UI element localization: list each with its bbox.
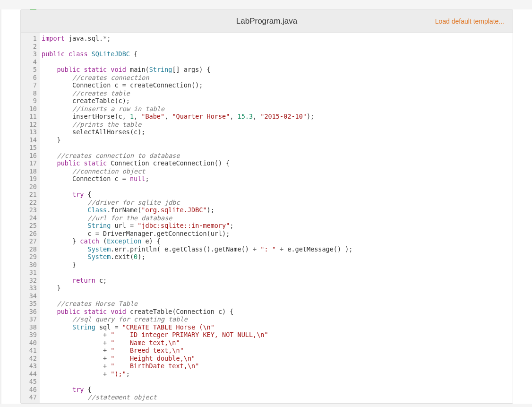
line-number: 35 xyxy=(21,300,37,308)
line-number: 9 xyxy=(21,97,37,105)
line-number: 32 xyxy=(21,277,37,285)
line-number: 46 xyxy=(21,386,37,394)
code-line[interactable]: } xyxy=(42,261,513,269)
line-number-gutter: 1234567891011121314151617181920212223242… xyxy=(21,33,40,403)
line-number: 17 xyxy=(21,159,37,167)
line-number: 34 xyxy=(21,292,37,300)
code-line[interactable]: + " Height double,\n" xyxy=(42,355,513,363)
code-line[interactable]: insertHorse(c, 1, "Babe", "Quarter Horse… xyxy=(42,113,513,121)
code-line[interactable]: System.err.println( e.getClass().getName… xyxy=(42,245,513,253)
code-line[interactable]: String url = "jdbc:sqlite::in-memory"; xyxy=(42,222,513,230)
code-line[interactable] xyxy=(42,183,513,191)
line-number: 43 xyxy=(21,362,37,370)
code-line[interactable] xyxy=(42,378,513,386)
code-line[interactable]: + " Name text,\n" xyxy=(42,339,513,347)
code-line[interactable]: try { xyxy=(42,386,513,394)
code-line[interactable]: public static void main(String[] args) { xyxy=(42,66,513,74)
code-line[interactable]: String sql = "CREATE TABLE Horse (\n" xyxy=(42,323,513,331)
code-line[interactable] xyxy=(42,144,513,152)
line-number: 10 xyxy=(21,105,37,113)
code-editor: LabProgram.java Load default template...… xyxy=(20,9,513,404)
code-line[interactable] xyxy=(42,268,513,277)
line-number: 4 xyxy=(21,58,37,66)
line-number: 22 xyxy=(21,199,37,207)
line-number: 28 xyxy=(21,245,37,253)
code-line[interactable]: Class.forName("org.sqlite.JDBC"); xyxy=(42,206,513,214)
line-number: 7 xyxy=(21,81,37,89)
code-line[interactable]: //driver for sqlite jdbc xyxy=(42,199,513,207)
line-number: 13 xyxy=(21,128,37,136)
code-line[interactable]: selectAllHorses(c); xyxy=(42,128,513,136)
code-line[interactable]: + " ID integer PRIMARY KEY, NOT NULL,\n" xyxy=(42,331,513,339)
code-line[interactable] xyxy=(42,43,513,51)
line-number: 5 xyxy=(21,66,37,74)
line-number: 21 xyxy=(21,191,37,199)
line-number: 16 xyxy=(21,152,37,160)
line-number: 15 xyxy=(21,144,37,152)
code-line[interactable]: + " Breed text,\n" xyxy=(42,346,513,355)
line-number: 47 xyxy=(21,393,37,401)
line-number: 18 xyxy=(21,167,37,175)
code-line[interactable]: //sql query for creating table xyxy=(42,315,513,323)
code-line[interactable]: public static Connection createConnectio… xyxy=(42,159,513,167)
line-number: 39 xyxy=(21,331,37,339)
code-line[interactable]: //creates connection xyxy=(42,74,513,82)
line-number: 20 xyxy=(21,183,37,191)
code-line[interactable]: //creates table xyxy=(42,89,513,97)
line-number: 29 xyxy=(21,253,37,261)
code-line[interactable]: + ");"; xyxy=(42,370,513,378)
line-number: 30 xyxy=(21,261,37,269)
code-line[interactable]: public class SQLiteJDBC { xyxy=(42,50,513,58)
line-number: 2 xyxy=(21,43,37,51)
line-number: 6 xyxy=(21,74,37,82)
line-number: 45 xyxy=(21,378,37,386)
code-line[interactable]: import java.sql.*; xyxy=(42,35,513,43)
code-line[interactable]: //statement object xyxy=(42,393,513,401)
line-number: 14 xyxy=(21,136,37,144)
code-line[interactable]: System.exit(0); xyxy=(42,253,513,261)
code-content[interactable]: import java.sql.*;public class SQLiteJDB… xyxy=(40,33,513,403)
line-number: 24 xyxy=(21,214,37,222)
line-number: 25 xyxy=(21,222,37,230)
line-number: 38 xyxy=(21,323,37,331)
code-line[interactable]: //url for the database xyxy=(42,214,513,222)
code-line[interactable]: //connection object xyxy=(42,167,513,175)
code-line[interactable]: c = DriverManager.getConnection(url); xyxy=(42,230,513,238)
line-number: 26 xyxy=(21,230,37,238)
page: LabProgram.java Load default template...… xyxy=(0,9,532,404)
editor-header: LabProgram.java Load default template... xyxy=(21,10,513,33)
line-number: 31 xyxy=(21,268,37,277)
code-line[interactable]: try { xyxy=(42,191,513,199)
line-number: 12 xyxy=(21,121,37,129)
code-line[interactable]: } xyxy=(42,136,513,144)
line-number: 42 xyxy=(21,355,37,363)
load-default-template-link[interactable]: Load default template... xyxy=(435,17,504,25)
code-line[interactable]: //prints the table xyxy=(42,121,513,129)
code-line[interactable]: } catch (Exception e) { xyxy=(42,237,513,245)
line-number: 33 xyxy=(21,284,37,292)
line-number: 23 xyxy=(21,206,37,214)
code-line[interactable]: Connection c = null; xyxy=(42,175,513,183)
code-line[interactable]: //creates connection to database xyxy=(42,152,513,160)
code-line[interactable]: } xyxy=(42,284,513,292)
code-line[interactable]: createTable(c); xyxy=(42,97,513,105)
code-line[interactable] xyxy=(42,292,513,300)
code-line[interactable]: //inserts a row in table xyxy=(42,105,513,113)
line-number: 11 xyxy=(21,113,37,121)
code-line[interactable]: //creates Horse Table xyxy=(42,300,513,308)
code-area[interactable]: 1234567891011121314151617181920212223242… xyxy=(21,33,513,403)
code-line[interactable]: + " BirthDate text,\n" xyxy=(42,362,513,370)
line-number: 40 xyxy=(21,339,37,347)
editor-filename: LabProgram.java xyxy=(236,17,297,26)
code-line[interactable] xyxy=(42,58,513,66)
line-number: 27 xyxy=(21,237,37,245)
line-number: 37 xyxy=(21,315,37,323)
line-number: 8 xyxy=(21,89,37,97)
line-number: 1 xyxy=(21,35,37,43)
line-number: 44 xyxy=(21,370,37,378)
code-line[interactable]: Connection c = createConnection(); xyxy=(42,81,513,89)
line-number: 19 xyxy=(21,175,37,183)
line-number: 41 xyxy=(21,346,37,355)
code-line[interactable]: public static void createTable(Connectio… xyxy=(42,308,513,316)
code-line[interactable]: return c; xyxy=(42,277,513,285)
